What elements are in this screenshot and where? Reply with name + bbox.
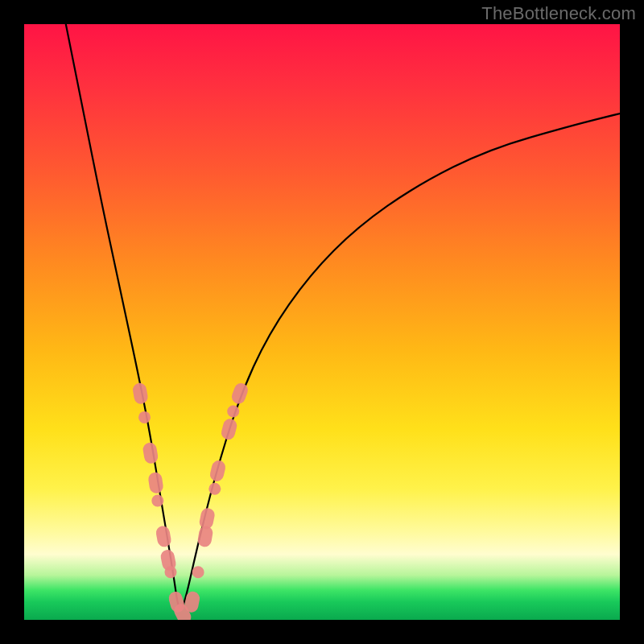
data-marker — [208, 483, 221, 495]
data-marker — [220, 417, 238, 440]
data-marker — [192, 566, 204, 578]
data-marker — [142, 442, 159, 465]
data-marker — [151, 495, 163, 507]
data-marker — [208, 459, 227, 482]
marker-layer — [132, 382, 250, 620]
data-marker — [147, 472, 164, 494]
data-marker — [138, 411, 151, 423]
chart-svg — [24, 24, 620, 620]
plot-area — [24, 24, 620, 620]
bottleneck-curve — [66, 24, 620, 609]
data-marker — [198, 507, 216, 530]
data-marker — [155, 525, 172, 548]
data-marker — [165, 566, 177, 578]
data-marker — [227, 406, 239, 418]
data-marker — [229, 382, 250, 406]
watermark-text: TheBottleneck.com — [481, 3, 636, 24]
data-marker — [132, 382, 149, 406]
